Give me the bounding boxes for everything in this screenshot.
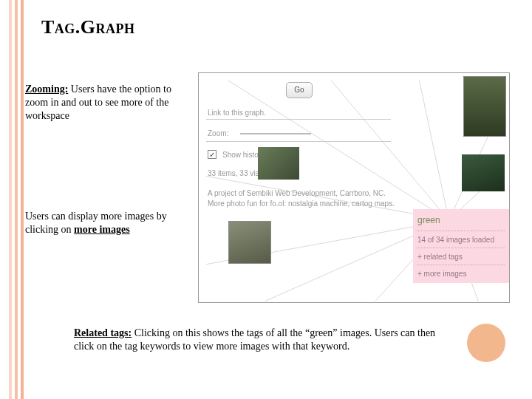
show-history-row: ✓ Show history [208,150,265,159]
divider [206,119,391,120]
more-images-paragraph: Users can display more images by clickin… [25,210,195,236]
image-thumbnail[interactable] [462,154,505,191]
tag-detail-panel: green 14 of 34 images loaded + related t… [413,209,509,283]
project-credit: A project of Sembiki Web Development, Ca… [208,188,400,209]
more-images-underline: more images [74,224,130,235]
tag-name[interactable]: green [417,214,505,228]
zooming-paragraph: Zooming: Users have the option to zoom i… [25,83,188,123]
zooming-lead: Zooming: [25,83,68,95]
svg-line-2 [420,81,449,220]
image-thumbnail[interactable] [463,76,506,137]
divider [206,141,391,142]
zoom-label: Zoom: [208,129,228,137]
image-thumbnail[interactable] [228,221,271,264]
go-button[interactable]: Go [286,82,313,98]
decorative-circle [467,324,505,362]
app-screenshot: Go Link to this graph. Zoom: ✓ Show hist… [198,72,510,303]
related-tags-lead: Related tags: [74,327,132,338]
more-images-link[interactable]: + more images [417,265,505,280]
images-loaded: 14 of 34 images loaded [417,231,505,246]
related-tags-paragraph: Related tags: Clicking on this shows the… [74,327,443,353]
image-thumbnail[interactable] [258,147,299,180]
link-to-graph[interactable]: Link to this graph. [208,109,266,117]
related-tags-link[interactable]: + related tags [417,248,505,263]
zoom-slider[interactable] [240,133,311,134]
show-history-checkbox[interactable]: ✓ [208,150,216,159]
page-title: Tag.Graph [41,16,135,38]
zoom-row: Zoom: [208,129,311,137]
